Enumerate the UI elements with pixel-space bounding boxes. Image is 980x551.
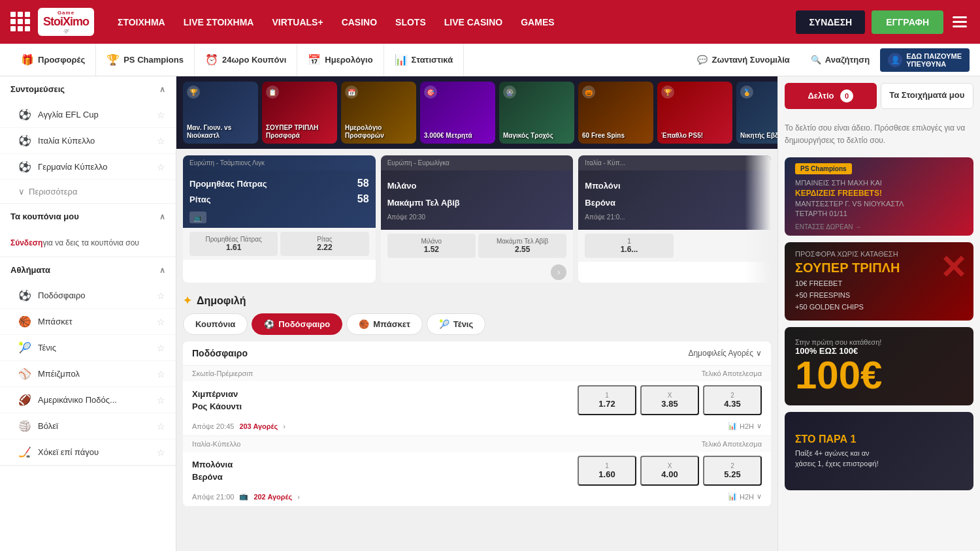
more-label: Περισσότερα bbox=[29, 187, 77, 197]
tab-basketball[interactable]: 🏀 Μπάσκετ bbox=[346, 313, 423, 335]
star-icon-basketball[interactable]: ☆ bbox=[157, 317, 165, 327]
popular-markets-button[interactable]: Δημοφιλείς Αγορές ∨ bbox=[688, 349, 762, 358]
betslip-tab-active[interactable]: Δελτίο 0 bbox=[785, 83, 877, 109]
promo-card-winner-week[interactable]: 🏅 Νικητής Εβδομάδας bbox=[736, 82, 777, 144]
live-chat-button[interactable]: 💬 Ζωντανή Συνομιλία bbox=[687, 44, 800, 76]
nav-slots[interactable]: SLOTS bbox=[387, 12, 434, 33]
markets-link-2[interactable]: 202 Αγορές bbox=[253, 493, 292, 501]
popular-markets-label: Δημοφιλείς Αγορές bbox=[688, 349, 753, 358]
tab-tennis[interactable]: 🎾 Τένις bbox=[427, 313, 485, 335]
promo-card-ps-champions[interactable]: 🏆 Μαν. Γιουν. vs Νιούκαστλ bbox=[183, 82, 258, 144]
betslip-empty-text: Το δελτίο σου είναι άδειο. Πρόσθεσε επιλ… bbox=[785, 117, 973, 157]
site-logo[interactable]: Game StoiXimo .gr bbox=[38, 8, 94, 37]
odd-button-m1-1[interactable]: Προμηθέας Πάτρας 1.61 bbox=[189, 232, 278, 256]
star-icon-am-football[interactable]: ☆ bbox=[157, 395, 165, 405]
odd-1-m2[interactable]: 1 1.60 bbox=[578, 456, 636, 486]
coupon-24h-nav-item[interactable]: ⏰ 24ωρο Κουπόνι bbox=[195, 44, 297, 76]
promo-card-free-spins[interactable]: 🎃 60 Free Spins bbox=[578, 82, 653, 144]
league-label-2: Ιταλία-Κύπελλο bbox=[192, 440, 240, 448]
star-icon-football[interactable]: ☆ bbox=[157, 291, 165, 301]
odds-group-2: 1 1.60 X 4.00 2 5.25 bbox=[578, 456, 762, 486]
promo-b2-pre: ΠΡΟΣΦΟΡΑ ΧΩΡΙΣ ΚΑΤΑΘΕΣΗ bbox=[795, 250, 963, 258]
promo-banner-content-1: PS Champions ΜΠΑΙΝΕΙΣ ΣΤΗ ΜΑΧΗ ΚΑΙ ΚΕΡΔΙ… bbox=[785, 157, 973, 236]
sidebar-item-football[interactable]: ⚽ Ποδόσφαιρο ☆ bbox=[0, 283, 176, 309]
h2h-link-2[interactable]: 📊 H2H ∨ bbox=[728, 492, 762, 501]
nav-virtuals[interactable]: VIRTUALS+ bbox=[264, 12, 331, 33]
hamburger-button[interactable] bbox=[950, 14, 970, 30]
promo-card-super-triple[interactable]: 📋 ΣΟΥΠΕΡ ΤΡΙΠΛΗ Προσφορά bbox=[262, 82, 337, 144]
super-triple-card-icon: 📋 bbox=[266, 86, 279, 99]
promo-card-calendar[interactable]: 📅 Ημερολόγιο Προσφορών bbox=[341, 82, 416, 144]
popular-header: ✦ Δημοφιλή bbox=[183, 289, 771, 313]
odd-button-m2-1[interactable]: Μιλάνο 1.52 bbox=[387, 234, 476, 258]
prosfores-nav-item[interactable]: 🎁 Προσφορές bbox=[10, 44, 96, 76]
odd-x-m1[interactable]: X 3.85 bbox=[640, 385, 699, 415]
promo-card-ps-battles[interactable]: 🏆 Έπαθλο PS5! bbox=[657, 82, 732, 144]
odd-2-m2[interactable]: 2 5.25 bbox=[703, 456, 762, 486]
sidebar-item-basketball[interactable]: 🏀 Μπάσκετ ☆ bbox=[0, 309, 176, 335]
responsible-label: ΕΔΩ ΠΑΙΖΟΥΜΕΥΠΕΥΘΥΝΑ bbox=[906, 52, 962, 68]
promo-banner-3[interactable]: Στην πρώτη σου κατάθεση! 100% ΕΩΣ 100€ 1… bbox=[785, 327, 973, 405]
coupon-24h-label: 24ωρο Κουπόνι bbox=[222, 55, 286, 65]
calendar-nav-item[interactable]: 📅 Ημερολόγιο bbox=[297, 44, 384, 76]
coupons-login-link[interactable]: Σύνδεση bbox=[10, 238, 42, 247]
free-spins-card-icon: 🎃 bbox=[582, 86, 595, 99]
sidebar-item-american-football[interactable]: 🏈 Αμερικάνικο Ποδός... ☆ bbox=[0, 387, 176, 413]
responsible-gaming-button[interactable]: 👤 ΕΔΩ ΠΑΙΖΟΥΜΕΥΠΕΥΘΥΝΑ bbox=[880, 48, 970, 72]
betslip-tab-my-bets[interactable]: Τα Στοιχήματά μου bbox=[881, 83, 974, 109]
statistics-nav-item[interactable]: 📊 Στατιστικά bbox=[384, 44, 465, 76]
promo-card-label-7: Έπαθλο PS5! bbox=[661, 132, 728, 140]
my-coupons-header[interactable]: Τα κουπόνια μου ∧ bbox=[0, 204, 176, 229]
star-icon-baseball[interactable]: ☆ bbox=[157, 369, 165, 379]
promo-card-magic-wheel[interactable]: 🎡 Μαγικός Τροχός bbox=[499, 82, 574, 144]
sidebar-item-italy-cup[interactable]: ⚽ Ιταλία Κύπελλο ☆ bbox=[0, 128, 176, 154]
nav-games[interactable]: GAMES bbox=[513, 12, 562, 33]
markets-link-1[interactable]: 203 Αγορές bbox=[239, 422, 278, 430]
tab-football[interactable]: ⚽ Ποδόσφαιρο bbox=[252, 313, 342, 335]
sidebar-item-baseball[interactable]: ⚾ Μπέιζμπολ ☆ bbox=[0, 361, 176, 387]
h2h-link-1[interactable]: 📊 H2H ∨ bbox=[728, 422, 762, 430]
nav-live-casino[interactable]: LIVE CASINO bbox=[436, 12, 510, 33]
sidebar-item-volleyball[interactable]: 🏐 Βόλεϊ ☆ bbox=[0, 413, 176, 439]
shortcuts-chevron: ∧ bbox=[159, 85, 165, 94]
promo-card-wheel[interactable]: 🎯 3.000€ Μετρητά bbox=[420, 82, 495, 144]
match-card-body-1: Προμηθέας Πάτρας 58 Ρίτας 58 📺 bbox=[183, 170, 376, 228]
nav-stoixima[interactable]: ΣΤΟΙΧΗΜΑ bbox=[110, 12, 173, 33]
live-match-card-2: Ευρώπη - Ευρωλίγκα Μιλάνο Μακάμπι Τελ Αβ… bbox=[381, 155, 574, 283]
odd-x-m2[interactable]: X 4.00 bbox=[640, 456, 699, 486]
star-icon-efl[interactable]: ☆ bbox=[157, 110, 165, 120]
search-button[interactable]: 🔍 Αναζήτηση bbox=[800, 44, 880, 76]
promo-banner-1[interactable]: PS Champions ΜΠΑΙΝΕΙΣ ΣΤΗ ΜΑΧΗ ΚΑΙ ΚΕΡΔΙ… bbox=[785, 157, 973, 236]
star-icon-germany[interactable]: ☆ bbox=[157, 162, 165, 172]
sidebar-item-hockey[interactable]: 🏒 Χόκεϊ επί πάγου ☆ bbox=[0, 439, 176, 465]
ps-champions-nav-item[interactable]: 🏆 PS Champions bbox=[96, 44, 195, 76]
match2-next-button[interactable]: › bbox=[551, 264, 566, 280]
shortcuts-more[interactable]: ∨ Περισσότερα bbox=[0, 180, 176, 203]
odd-button-m2-2[interactable]: Μακάμπι Τελ Αβίβ 2.55 bbox=[478, 234, 566, 258]
star-icon-tennis[interactable]: ☆ bbox=[157, 343, 165, 353]
sidebar-item-tennis[interactable]: 🎾 Τένις ☆ bbox=[0, 335, 176, 361]
tab-coupons[interactable]: Κουπόνια bbox=[183, 313, 248, 335]
shortcuts-header[interactable]: Συντομεύσεις ∧ bbox=[0, 76, 176, 102]
football-label: Ποδόσφαιρο bbox=[38, 291, 86, 300]
odd-2-m1[interactable]: 2 4.35 bbox=[703, 385, 762, 415]
promo-banner-4[interactable]: ΣΤΟ ΠΑΡΑ 1 Παίξε 4+ αγώνες και ανχάσεις … bbox=[785, 412, 973, 490]
grid-icon[interactable] bbox=[10, 12, 30, 31]
nav-casino[interactable]: CASINO bbox=[334, 12, 385, 33]
promo-banner-2[interactable]: ΠΡΟΣΦΟΡΑ ΧΩΡΙΣ ΚΑΤΑΘΕΣΗ ΣΟΥΠΕΡ ΤΡΙΠΛΗ 10… bbox=[785, 242, 973, 321]
odd-button-m1-2[interactable]: Ρίτας 2.22 bbox=[280, 232, 368, 256]
odd-button-m3-1[interactable]: 1 1.6... bbox=[585, 234, 673, 258]
promo-banner-content-4: ΣΤΟ ΠΑΡΑ 1 Παίξε 4+ αγώνες και ανχάσεις … bbox=[785, 412, 973, 490]
sidebar-item-efl-cup[interactable]: ⚽ Αγγλία EFL Cup ☆ bbox=[0, 102, 176, 128]
odd-1-m1[interactable]: 1 1.72 bbox=[578, 385, 636, 415]
register-button[interactable]: ΕΓΓΡΑΦΗ bbox=[872, 10, 943, 34]
star-icon-hockey[interactable]: ☆ bbox=[157, 447, 165, 458]
promo-b4-sub: Παίξε 4+ αγώνες και ανχάσεις 1, έχεις επ… bbox=[795, 448, 963, 469]
star-icon-volleyball[interactable]: ☆ bbox=[157, 421, 165, 432]
sports-header[interactable]: Αθλήματα ∧ bbox=[0, 257, 176, 283]
signin-button[interactable]: ΣΥΝΔΕΣΗ bbox=[796, 10, 865, 34]
sidebar-item-germany-cup[interactable]: ⚽ Γερμανία Κύπελλο ☆ bbox=[0, 154, 176, 180]
nav-live[interactable]: LIVE ΣΤΟΙΧΗΜΑ bbox=[176, 12, 262, 33]
match-row-header-2: Ιταλία-Κύπελλο Τελικό Αποτελεσμα bbox=[183, 436, 771, 452]
star-icon-italy[interactable]: ☆ bbox=[157, 136, 165, 146]
